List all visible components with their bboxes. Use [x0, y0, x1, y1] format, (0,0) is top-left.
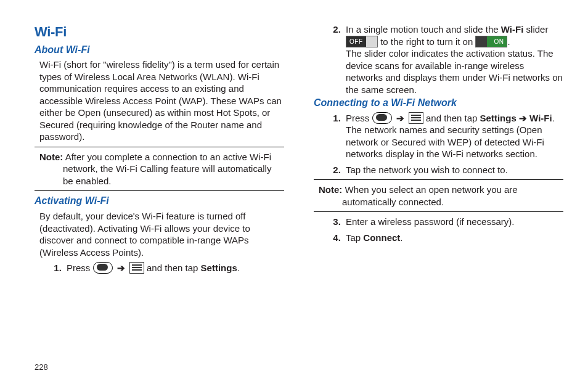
home-button-icon — [372, 112, 392, 124]
about-body: Wi-Fi (short for "wireless fidelity") is… — [39, 59, 284, 143]
list-item: Press ➔ and then tap Settings. — [64, 262, 284, 274]
step-text: slider — [523, 24, 548, 35]
list-item: Tap the network you wish to connect to. — [343, 164, 563, 176]
page-number: 228 — [35, 362, 48, 373]
step-text: to the right to turn it on — [380, 36, 475, 47]
heading-connecting: Connecting to a Wi-Fi Network — [314, 97, 563, 110]
note-connecting: Note: When you select an open network yo… — [314, 184, 563, 208]
arrow-icon: ➔ — [396, 113, 404, 123]
list-item: In a single motion touch and slide the W… — [343, 23, 563, 96]
divider — [314, 179, 563, 180]
activating-body: By default, your device's Wi-Fi feature … — [39, 210, 284, 258]
slider-on-label: ON — [494, 38, 504, 46]
connecting-steps-cont: Enter a wireless password (if necessary)… — [322, 216, 563, 243]
note-about: Note: After you complete a connection to… — [35, 151, 284, 187]
note-label: Note: — [39, 152, 63, 162]
connect-label: Connect — [363, 232, 400, 243]
wifi-label: Wi-Fi — [501, 24, 524, 35]
step-text: . — [400, 232, 402, 243]
step-text: . — [552, 113, 555, 123]
slider-off-label: OFF — [349, 38, 363, 46]
heading-activating: Activating Wi-Fi — [35, 195, 284, 208]
slider-off-icon: OFF — [346, 36, 378, 47]
step-text: In a single motion touch and slide the — [346, 24, 501, 35]
menu-button-icon — [129, 262, 144, 274]
settings-wifi-label: Settings ➔ Wi-Fi — [480, 113, 552, 123]
list-item: Press ➔ and then tap Settings ➔ Wi-Fi. T… — [343, 112, 563, 160]
step-text: Press — [346, 113, 372, 123]
connecting-steps: Press ➔ and then tap Settings ➔ Wi-Fi. T… — [322, 112, 563, 176]
list-item: Enter a wireless password (if necessary)… — [343, 216, 563, 228]
note-label: Note: — [319, 184, 342, 195]
heading-about: About Wi-Fi — [35, 44, 284, 57]
step-text: . — [507, 36, 510, 47]
step-text: The network names and security settings … — [346, 125, 544, 159]
page-title: Wi-Fi — [35, 23, 284, 41]
home-button-icon — [93, 262, 113, 274]
divider — [35, 190, 284, 191]
step-text: The slider color indicates the activatio… — [346, 48, 563, 95]
note-text: After you complete a connection to an ac… — [63, 152, 271, 186]
document-page: Wi-Fi About Wi-Fi Wi-Fi (short for "wire… — [0, 0, 588, 345]
list-item: Tap Connect. — [343, 232, 563, 244]
step-text: and then tap — [147, 263, 201, 273]
note-text: When you select an open network you are … — [342, 184, 518, 207]
step-text: Press — [67, 263, 93, 273]
menu-button-icon — [409, 112, 423, 124]
settings-label: Settings — [201, 263, 237, 273]
step-text: Tap — [346, 232, 363, 243]
slider-on-icon: ON — [475, 36, 507, 47]
arrow-icon: ➔ — [117, 263, 125, 273]
divider — [35, 147, 284, 147]
step-text: and then tap — [426, 113, 480, 123]
step-text: . — [237, 263, 240, 273]
divider — [314, 211, 563, 212]
